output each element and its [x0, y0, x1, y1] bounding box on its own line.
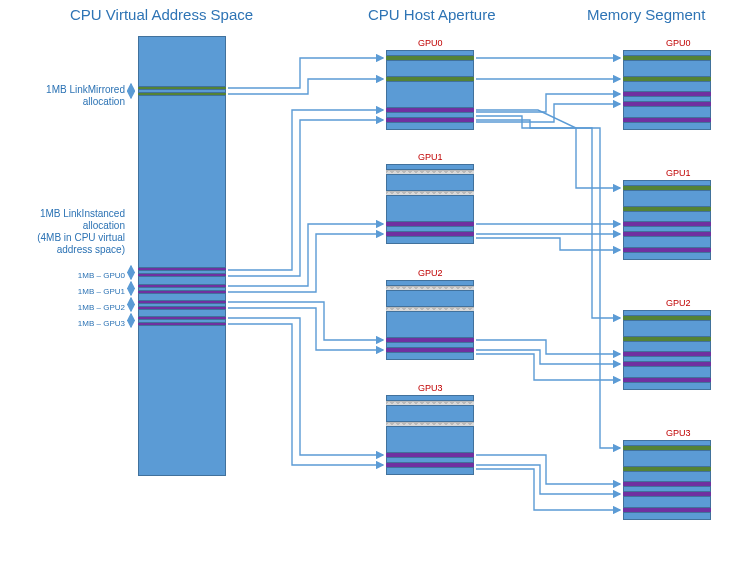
ms-gpu0-label: GPU0	[666, 38, 691, 48]
cha-gpu2	[386, 280, 474, 360]
ms-gpu2-label: GPU2	[666, 298, 691, 308]
cha-gpu3-instanced	[386, 452, 474, 458]
arrow-cva-cha-gpu1-b	[228, 234, 383, 292]
ms-gpu1-label: GPU1	[666, 168, 691, 178]
cva-instanced-stripe	[138, 300, 226, 304]
ms-gpu1	[623, 180, 711, 260]
cva-instanced-stripe	[138, 290, 226, 294]
ms-gpu1-instanced	[623, 247, 711, 253]
arrow-cha-ms-gpu3-mirror	[476, 116, 620, 448]
label-instanced-l1: 1MB LinkInstanced	[40, 208, 125, 219]
cva-instanced-stripe	[138, 273, 226, 277]
ms-gpu3-mirrored	[623, 466, 711, 472]
ms-gpu3-instanced	[623, 507, 711, 513]
arrow-cha-ms-gpu2-inst-b	[476, 350, 620, 364]
cva-instanced-stripe	[138, 267, 226, 271]
cha-gpu1-hatch	[386, 169, 474, 175]
arrow-cha-ms-gpu1-inst-c	[476, 238, 620, 250]
cha-gpu2-label: GPU2	[418, 268, 443, 278]
label-instanced: 1MB LinkInstanced allocation (4MB in CPU…	[15, 208, 125, 256]
label-mirrored-l2: allocation	[83, 96, 125, 107]
ms-gpu3-label: GPU3	[666, 428, 691, 438]
ms-gpu1-mirrored	[623, 185, 711, 191]
cha-gpu1-instanced	[386, 221, 474, 227]
cha-gpu0-mirrored	[386, 76, 474, 82]
cva-column	[138, 36, 226, 476]
ms-gpu1-mirrored	[623, 206, 711, 212]
label-mb-gpu1: 1MB – GPU1	[78, 287, 125, 297]
ms-gpu2-mirrored	[623, 336, 711, 342]
ms-gpu3-instanced	[623, 481, 711, 487]
arrow-cva-cha-gpu0-a	[228, 110, 383, 270]
cva-mirrored-stripe	[138, 86, 226, 90]
cva-instanced-stripe	[138, 284, 226, 288]
ms-gpu0-mirrored	[623, 55, 711, 61]
arrow-cva-cha-gpu0-b	[228, 120, 383, 276]
cha-gpu3	[386, 395, 474, 475]
label-mb-gpu2: 1MB – GPU2	[78, 303, 125, 313]
ms-gpu3-mirrored	[623, 445, 711, 451]
arrow-cva-cha-gpu2-a	[228, 302, 383, 340]
arrow-cva-cha-gpu2-b	[228, 308, 383, 350]
arrow-cha-ms-gpu3-inst-a	[476, 455, 620, 484]
arrow-cha-ms-gpu0-inst-a	[476, 94, 620, 112]
label-instanced-l2: allocation	[83, 220, 125, 231]
ms-gpu2-instanced	[623, 361, 711, 367]
arrow-cva-cha-mirrored	[228, 79, 383, 94]
cha-gpu1-instanced	[386, 231, 474, 237]
header-cva: CPU Virtual Address Space	[70, 6, 253, 23]
label-mb-gpu0: 1MB – GPU0	[78, 271, 125, 281]
label-mirrored: 1MB LinkMirrored allocation	[25, 84, 125, 108]
ms-gpu1-instanced	[623, 221, 711, 227]
cha-gpu0-label: GPU0	[418, 38, 443, 48]
cha-gpu1-label: GPU1	[418, 152, 443, 162]
arrow-cva-cha-gpu3-a	[228, 318, 383, 455]
cha-gpu3-hatch	[386, 421, 474, 427]
label-instanced-l4: address space)	[57, 244, 125, 255]
ms-gpu2-instanced	[623, 377, 711, 383]
arrow-cha-ms-gpu3-inst-b	[476, 465, 620, 494]
ms-gpu2	[623, 310, 711, 390]
ms-gpu0	[623, 50, 711, 130]
cha-gpu2-hatch	[386, 285, 474, 291]
arrow-cha-ms-gpu1-mirror	[476, 110, 620, 188]
cha-gpu3-hatch	[386, 400, 474, 406]
cha-gpu0	[386, 50, 474, 130]
cva-mirrored-stripe	[138, 92, 226, 96]
arrow-cva-cha-gpu3-b	[228, 324, 383, 465]
ms-gpu0-instanced	[623, 91, 711, 97]
cha-gpu1	[386, 164, 474, 244]
cha-gpu1-hatch	[386, 190, 474, 196]
arrow-cha-ms-gpu2-mirror	[476, 120, 620, 318]
cha-gpu0-instanced	[386, 107, 474, 113]
header-cha: CPU Host Aperture	[368, 6, 496, 23]
arrow-cha-ms-gpu2-inst-a	[476, 340, 620, 354]
label-instanced-l3: (4MB in CPU virtual	[37, 232, 125, 243]
cha-gpu2-instanced	[386, 347, 474, 353]
cva-instanced-stripe	[138, 322, 226, 326]
arrow-cva-cha-gpu1-a	[228, 224, 383, 286]
header-ms: Memory Segment	[587, 6, 705, 23]
arrow-cha-ms-gpu2-inst-c	[476, 354, 620, 380]
cva-instanced-stripe	[138, 316, 226, 320]
ms-gpu0-instanced	[623, 117, 711, 123]
cha-gpu0-instanced	[386, 117, 474, 123]
ms-gpu3-instanced	[623, 491, 711, 497]
ms-gpu1-instanced	[623, 231, 711, 237]
ms-gpu2-mirrored	[623, 315, 711, 321]
arrow-cha-ms-gpu3-inst-c	[476, 469, 620, 510]
cha-gpu2-hatch	[386, 306, 474, 312]
arrow-cva-cha-mirrored	[228, 58, 383, 88]
cha-gpu3-label: GPU3	[418, 383, 443, 393]
ms-gpu0-instanced	[623, 101, 711, 107]
cha-gpu0-mirrored	[386, 55, 474, 61]
ms-gpu3	[623, 440, 711, 520]
ms-gpu0-mirrored	[623, 76, 711, 82]
label-mirrored-l1: 1MB LinkMirrored	[46, 84, 125, 95]
ms-gpu2-instanced	[623, 351, 711, 357]
arrow-cha-ms-gpu0-inst-b	[476, 104, 620, 122]
label-mb-gpu3: 1MB – GPU3	[78, 319, 125, 329]
cha-gpu2-instanced	[386, 337, 474, 343]
cha-gpu3-instanced	[386, 462, 474, 468]
cva-instanced-stripe	[138, 306, 226, 310]
